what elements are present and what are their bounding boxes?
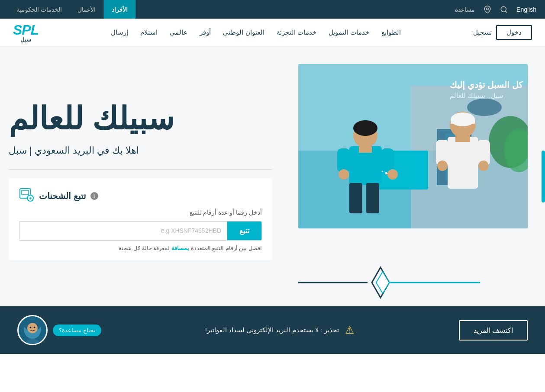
svg-marker-37 xyxy=(376,272,389,293)
svg-point-15 xyxy=(353,120,377,136)
svg-rect-23 xyxy=(366,183,379,213)
bottom-center: ⚠ تحذير : لا يستخدم البريد الإلكتروني لس… xyxy=(205,324,355,336)
track-box: i تتبع الشحنات أدخل رقما أو عدة أرقام لل… xyxy=(9,178,272,260)
track-subtitle: أدخل رقما أو عدة أرقام للتتبع xyxy=(19,209,262,216)
top-bar-nav: الأفراد الأعمال الخدمات الحكومية xyxy=(9,0,136,19)
hero-image-area: SPL xyxy=(298,64,528,306)
svg-rect-28 xyxy=(455,133,470,142)
svg-line-1 xyxy=(506,11,507,12)
search-icon[interactable] xyxy=(500,6,508,13)
nav-national-address[interactable]: العنوان الوطني xyxy=(223,29,264,36)
track-hint-prefix: افصل بين أرقام التتبع المتعددة xyxy=(191,245,262,251)
login-button[interactable]: دخول xyxy=(496,25,532,40)
avatar xyxy=(17,315,48,345)
bottom-bar: اكتشف المزيد ⚠ تحذير : لا يستخدم البريد … xyxy=(0,306,545,354)
svg-rect-40 xyxy=(22,190,29,195)
hero-image: SPL xyxy=(298,64,528,228)
help-link[interactable]: مساعدة xyxy=(455,6,475,13)
warning-text: تحذير : لا يستخدم البريد الإلكتروني لسدا… xyxy=(205,326,339,334)
svg-rect-18 xyxy=(337,148,350,172)
svg-text:سبل.. سبيلك للعالم: سبل.. سبيلك للعالم xyxy=(450,92,503,100)
nav-global[interactable]: عالمي xyxy=(170,29,187,36)
bottom-right: تحتاج مساعدة؟ xyxy=(17,315,101,345)
svg-point-8 xyxy=(467,99,502,116)
nav-receive[interactable]: استلام xyxy=(140,29,158,36)
location-icon[interactable] xyxy=(484,5,491,14)
track-shipment-icon xyxy=(19,187,35,206)
svg-point-20 xyxy=(339,169,349,180)
hero-divider xyxy=(9,169,272,170)
help-bubble[interactable]: تحتاج مساعدة؟ xyxy=(53,325,101,336)
svg-rect-17 xyxy=(359,144,372,153)
hero-title: سبيلك للعالم xyxy=(9,102,174,136)
track-title: تتبع الشحنات xyxy=(39,191,86,201)
top-bar: English مساعدة الأفراد الأعمال الخدمات ا… xyxy=(0,0,545,19)
svg-point-32 xyxy=(478,161,489,171)
svg-text:كل السبل تؤدي إليك: كل السبل تؤدي إليك xyxy=(450,80,523,90)
track-input[interactable] xyxy=(19,222,227,239)
svg-point-48 xyxy=(27,323,38,334)
register-button[interactable]: تسجيل xyxy=(473,29,492,36)
nav-send[interactable]: إرسال xyxy=(111,29,128,36)
track-button[interactable]: تتبع xyxy=(227,222,261,240)
bottom-left: اكتشف المزيد xyxy=(459,320,528,341)
track-hint: افصل بين أرقام التتبع المتعددة بمسافة لم… xyxy=(19,245,262,251)
svg-point-2 xyxy=(487,8,489,10)
nav-offer[interactable]: أوفر xyxy=(200,29,211,36)
nav-government[interactable]: الخدمات الحكومية xyxy=(9,0,70,19)
nav-stamps[interactable]: الطوابع xyxy=(381,29,401,36)
info-icon: i xyxy=(90,192,98,200)
svg-point-49 xyxy=(30,327,32,328)
language-toggle[interactable]: English xyxy=(516,6,536,13)
nav-retail[interactable]: خدمات التجزئة xyxy=(277,29,316,36)
track-input-row: تتبع xyxy=(19,221,262,241)
hero-subtitle: اهلا بك في البريد السعودي | سبل xyxy=(9,145,139,156)
nav-finance[interactable]: خدمات التمويل xyxy=(329,29,369,36)
logo-area: SPL سبل xyxy=(13,22,39,43)
track-hint-suffix: لمعرفة حالة كل شحنة xyxy=(119,245,170,251)
top-bar-left: English مساعدة xyxy=(455,5,536,14)
svg-rect-26 xyxy=(451,120,475,124)
warning-icon: ⚠ xyxy=(345,324,355,336)
svg-point-50 xyxy=(34,327,35,328)
svg-rect-22 xyxy=(349,183,362,213)
hero-right: سبيلك للعالم اهلا بك في البريد السعودي |… xyxy=(0,47,298,306)
hero-section: SPL xyxy=(0,47,545,306)
auth-buttons: تسجيل دخول xyxy=(473,25,532,40)
nav-aamal[interactable]: الأعمال xyxy=(70,0,104,19)
svg-rect-19 xyxy=(381,148,394,172)
logo[interactable]: SPL xyxy=(13,22,39,38)
diamond-decoration xyxy=(298,259,480,306)
svg-rect-27 xyxy=(448,137,478,189)
scroll-indicator xyxy=(542,151,545,202)
track-header: i تتبع الشحنات xyxy=(19,187,262,206)
svg-point-21 xyxy=(387,169,398,180)
svg-point-31 xyxy=(437,161,448,171)
svg-point-25 xyxy=(451,112,475,126)
nav-afrad[interactable]: الأفراد xyxy=(104,0,136,19)
main-nav-links: إرسال استلام عالمي أوفر العنوان الوطني خ… xyxy=(111,29,401,36)
main-nav: تسجيل دخول إرسال استلام عالمي أوفر العنو… xyxy=(0,19,545,47)
discover-button[interactable]: اكتشف المزيد xyxy=(459,320,528,341)
track-hint-bold: بمسافة xyxy=(171,245,189,251)
